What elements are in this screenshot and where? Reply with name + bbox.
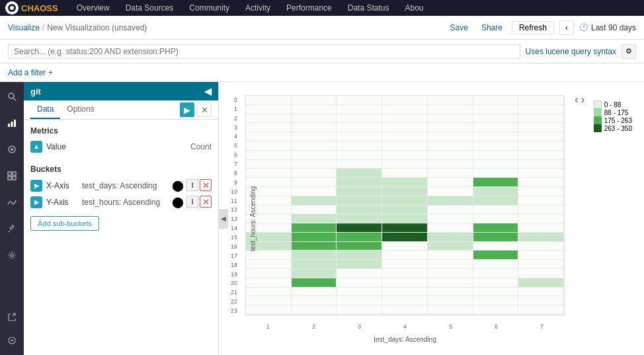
heatmap-cell[interactable] [337,187,382,196]
heatmap-cell[interactable] [292,269,337,278]
heatmap-cell[interactable] [428,278,473,288]
heatmap-cell[interactable] [428,187,473,196]
heatmap-cell[interactable] [292,123,337,132]
heatmap-cell[interactable] [518,206,564,215]
nav-overview[interactable]: Overview [69,0,118,16]
heatmap-cell[interactable] [518,105,564,114]
x-axis-toggle[interactable]: ⬤ [172,179,184,192]
heatmap-cell[interactable] [292,296,337,305]
nav-activity[interactable]: Activity [237,0,278,16]
heatmap-cell[interactable] [292,169,337,178]
heatmap-cell[interactable] [382,214,428,223]
heatmap-cell[interactable] [246,105,292,114]
nav-icon-up[interactable] [3,331,21,350]
heatmap-cell[interactable] [337,160,382,169]
heatmap-cell[interactable] [246,96,292,105]
heatmap-cell[interactable] [382,223,428,233]
heatmap-cell[interactable] [382,196,428,206]
nav-icon-discover[interactable] [3,140,21,159]
heatmap-cell[interactable] [473,223,519,233]
heatmap-cell[interactable] [473,269,519,278]
heatmap-cell[interactable] [246,169,292,178]
heatmap-cell[interactable] [337,178,382,187]
heatmap-cell[interactable] [292,214,337,223]
heatmap-cell[interactable] [518,96,564,105]
heatmap-cell[interactable] [246,278,292,288]
heatmap-cell[interactable] [382,288,428,297]
heatmap-cell[interactable] [473,196,519,206]
heatmap-cell[interactable] [292,288,337,297]
y-axis-delete-button[interactable]: ✕ [200,196,212,208]
nav-icon-tools[interactable] [3,219,21,238]
heatmap-cell[interactable] [473,105,519,114]
heatmap-cell[interactable] [518,305,564,315]
heatmap-cell[interactable] [518,132,564,141]
heatmap-cell[interactable] [428,206,473,215]
heatmap-cell[interactable] [473,242,519,251]
nav-datasources[interactable]: Data Sources [118,0,182,16]
heatmap-cell[interactable] [292,233,337,242]
panel-collapse-button[interactable]: ◀ [204,86,212,97]
heatmap-cell[interactable] [428,223,473,233]
heatmap-cell[interactable] [473,178,519,187]
heatmap-cell[interactable] [428,169,473,178]
panel-close-button[interactable]: ✕ [197,102,212,117]
heatmap-cell[interactable] [246,151,292,160]
heatmap-cell[interactable] [473,206,519,215]
heatmap-cell[interactable] [473,96,519,105]
heatmap-cell[interactable] [428,96,473,105]
heatmap-cell[interactable] [473,251,519,260]
y-axis-edit-button[interactable]: I [186,196,198,208]
heatmap-cell[interactable] [518,251,564,260]
prev-arrow[interactable]: ‹ [559,20,574,35]
heatmap-cell[interactable] [337,305,382,315]
share-button[interactable]: Share [477,22,506,34]
heatmap-cell[interactable] [382,114,428,124]
heatmap-cell[interactable] [337,251,382,260]
heatmap-cell[interactable] [246,288,292,297]
heatmap-cell[interactable] [473,132,519,141]
heatmap-cell[interactable] [382,141,428,151]
heatmap-cell[interactable] [337,214,382,223]
heatmap-cell[interactable] [292,132,337,141]
heatmap-cell[interactable] [428,296,473,305]
heatmap-cell[interactable] [382,151,428,160]
heatmap-cell[interactable] [337,206,382,215]
search-input[interactable] [8,44,520,59]
collapse-handle[interactable]: ◀ [219,209,228,229]
save-button[interactable]: Save [446,22,472,34]
heatmap-cell[interactable] [382,178,428,187]
heatmap-cell[interactable] [292,178,337,187]
heatmap-cell[interactable] [337,151,382,160]
heatmap-cell[interactable] [473,169,519,178]
heatmap-cell[interactable] [382,187,428,196]
heatmap-cell[interactable] [518,196,564,206]
heatmap-cell[interactable] [518,242,564,251]
heatmap-cell[interactable] [428,305,473,315]
heatmap-cell[interactable] [382,242,428,251]
heatmap-cell[interactable] [292,206,337,215]
search-options-button[interactable]: ⚙ [622,44,636,59]
heatmap-cell[interactable] [428,105,473,114]
tab-data[interactable]: Data [30,100,60,119]
heatmap-cell[interactable] [292,242,337,251]
heatmap-cell[interactable] [518,296,564,305]
y-axis-toggle[interactable]: ⬤ [172,196,184,208]
heatmap-cell[interactable] [518,269,564,278]
x-axis-delete-button[interactable]: ✕ [200,179,212,191]
heatmap-cell[interactable] [292,105,337,114]
heatmap-cell[interactable] [428,151,473,160]
heatmap-cell[interactable] [518,233,564,242]
tab-options[interactable]: Options [60,100,101,119]
heatmap-cell[interactable] [246,296,292,305]
heatmap-cell[interactable] [473,233,519,242]
nav-icon-chart[interactable] [3,114,21,132]
heatmap-cell[interactable] [337,114,382,124]
heatmap-cell[interactable] [292,160,337,169]
x-axis-edit-button[interactable]: I [186,179,198,191]
legend-next[interactable]: › [581,94,584,106]
panel-run-button[interactable]: ▶ [180,102,194,117]
heatmap-cell[interactable] [246,132,292,141]
heatmap-cell[interactable] [382,251,428,260]
heatmap-cell[interactable] [292,196,337,206]
